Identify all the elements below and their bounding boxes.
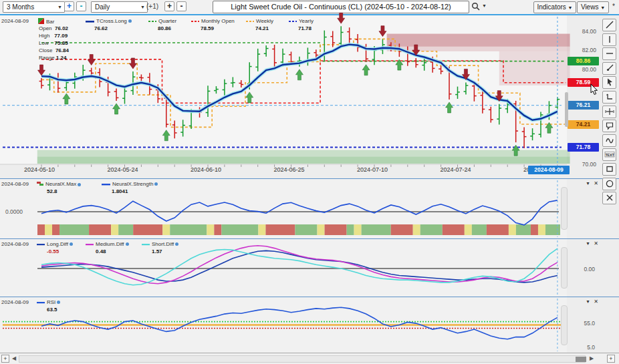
pointer-tool-button[interactable] [602, 76, 616, 89]
neuralx-max-legend-item[interactable]: NeuralX.Max [37, 181, 81, 188]
panel-scrollbar[interactable] [561, 305, 568, 345]
strip-segment[interactable] [89, 224, 111, 235]
bar-remove-button[interactable]: - [176, 1, 187, 11]
bar-add-button[interactable]: + [164, 1, 174, 11]
search-icon[interactable] [471, 2, 480, 11]
strip-segment[interactable] [472, 224, 487, 235]
price-level-badge[interactable]: 80.86 [568, 57, 599, 65]
quarter-legend-item[interactable]: Quarter [148, 18, 176, 24]
strip-segment[interactable] [214, 224, 221, 235]
strip-segment[interactable] [111, 224, 118, 235]
vertical-line-tool-button[interactable] [602, 33, 616, 46]
strip-segment[interactable] [37, 224, 45, 235]
symbol-title-input[interactable]: Light Sweet Crude Oil - Continuous (CL) … [213, 1, 469, 13]
rsi-legend-item[interactable]: RSI [37, 299, 60, 305]
interval-select[interactable]: Daily▼ [91, 1, 148, 13]
neuralx-panel[interactable]: 2024-08-09 NeuralX.Max 52.8 NeuralX.Stre… [0, 179, 600, 238]
range-select[interactable]: 3 Months▼ [3, 1, 65, 13]
callout-tool-button[interactable] [602, 120, 616, 132]
strip-segment[interactable] [318, 224, 325, 235]
strip-segment[interactable] [162, 224, 170, 235]
info-icon[interactable] [78, 183, 81, 186]
collapse-panel-button[interactable]: ▾ [584, 240, 592, 247]
strip-segment[interactable] [325, 224, 347, 235]
diff-plot[interactable] [0, 239, 567, 297]
info-icon[interactable] [57, 301, 60, 304]
monthly-legend-item[interactable]: Monthly Open [191, 18, 235, 24]
diff-panel[interactable]: 2024-08-09 Long.Diff -0.55 Medium.Diff 0… [0, 239, 600, 297]
close-panel-button[interactable]: ✕ [592, 240, 600, 247]
strip-segment[interactable] [347, 224, 354, 235]
move-tool-button[interactable] [602, 106, 616, 118]
strip-segment[interactable] [531, 224, 538, 235]
rectangle-tool-button[interactable] [602, 163, 616, 176]
indicators-button[interactable]: Indicators ▼ [533, 1, 576, 13]
current-date-badge[interactable]: 2024-08-09 [528, 166, 570, 174]
views-button[interactable]: Views ▼ [577, 1, 609, 13]
strip-segment[interactable] [413, 224, 420, 235]
close-panel-button[interactable]: ✕ [592, 299, 600, 305]
ray-tool-button[interactable] [602, 62, 616, 75]
price-level-badge[interactable]: 71.78 [568, 143, 599, 152]
strip-segment[interactable] [207, 224, 214, 235]
bar-legend-item[interactable]: Bar [38, 18, 54, 25]
strip-segment[interactable] [221, 224, 258, 235]
strip-segment[interactable] [391, 224, 413, 235]
wave-tool-button[interactable] [602, 134, 616, 147]
delete-tool-button[interactable] [602, 192, 616, 204]
strip-segment[interactable] [170, 224, 207, 235]
scrollbar-track[interactable] [19, 355, 586, 363]
close-panel-button[interactable]: ✕ [592, 180, 600, 187]
info-icon[interactable] [175, 242, 178, 246]
strip-segment[interactable] [59, 224, 89, 235]
price-level-badge[interactable]: 74.21 [568, 120, 599, 129]
info-icon[interactable] [154, 182, 158, 186]
weekly-legend-item[interactable]: Weekly [246, 18, 273, 24]
strip-segment[interactable] [420, 224, 443, 235]
scroll-right-icon[interactable]: ▶ [590, 355, 594, 361]
strip-segment[interactable] [362, 224, 391, 235]
strip-segment[interactable] [133, 224, 162, 235]
strip-segment[interactable] [354, 224, 362, 235]
scrollbar-thumb[interactable] [576, 357, 586, 362]
horizontal-line-tool-button[interactable] [602, 47, 616, 60]
strip-segment[interactable] [45, 224, 52, 235]
line-tool-button[interactable] [602, 19, 616, 31]
info-icon[interactable] [70, 242, 73, 246]
medium-diff-legend-item[interactable]: Medium.Diff [86, 241, 129, 247]
rsi-panel[interactable]: 2024-08-09 RSI 63.5 55.0 5.0 ▾ ✕ [0, 297, 600, 353]
range-zoom-out-button[interactable]: - [76, 1, 86, 11]
elbow-line-tool-button[interactable] [602, 91, 616, 104]
neuralx-strength-legend-item[interactable]: NeuralX.Strength [102, 181, 158, 187]
rsi-plot[interactable] [0, 297, 567, 353]
price-chart-panel[interactable]: 2024-08-09 Bar Open 76.02 High 77.09 Low… [0, 15, 600, 178]
scroll-add-button[interactable]: + [1, 355, 9, 363]
collapse-panel-button[interactable]: ▾ [584, 180, 592, 187]
horizontal-scrollbar[interactable]: + ◀ ▶ + [0, 353, 619, 364]
strip-segment[interactable] [509, 224, 516, 235]
scroll-left-icon[interactable]: ◀ [12, 355, 16, 361]
ellipse-tool-button[interactable] [602, 178, 616, 190]
long-diff-legend-item[interactable]: Long.Diff [37, 241, 73, 247]
neuralx-plot[interactable] [0, 179, 567, 238]
strip-segment[interactable] [118, 224, 133, 235]
strip-segment[interactable] [295, 224, 317, 235]
strip-segment[interactable] [443, 224, 465, 235]
strip-segment[interactable] [465, 224, 472, 235]
strip-segment[interactable] [265, 224, 295, 235]
price-level-badge[interactable]: 76.21 [568, 101, 599, 110]
scroll-add-button-right[interactable]: + [607, 355, 615, 363]
collapse-panel-button[interactable]: ▾ [584, 299, 592, 305]
range-zoom-in-button[interactable]: + [64, 1, 74, 11]
yearly-legend-item[interactable]: Yearly [289, 18, 314, 24]
price-chart-plot[interactable] [0, 15, 567, 178]
strip-segment[interactable] [258, 224, 265, 235]
search-dropdown-caret[interactable]: ▼ [482, 3, 487, 8]
tcross-legend-item[interactable]: TCross.Long [86, 18, 132, 24]
info-icon[interactable] [128, 19, 132, 23]
strip-segment[interactable] [52, 224, 59, 235]
panel-scrollbar[interactable] [561, 187, 568, 230]
strip-segment[interactable] [516, 224, 531, 235]
short-diff-legend-item[interactable]: Short.Diff [142, 241, 178, 247]
strip-segment[interactable] [545, 224, 560, 235]
